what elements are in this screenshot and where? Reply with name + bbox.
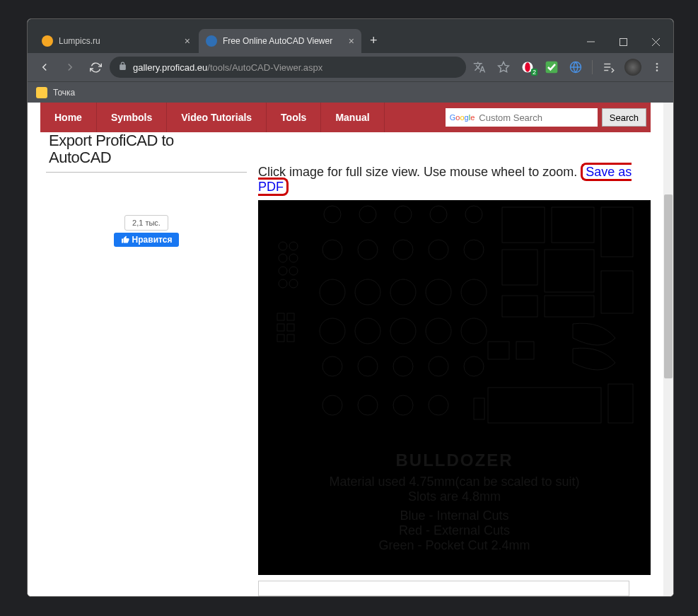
sidebar-heading[interactable]: Export ProfiCAD to AutoCAD xyxy=(46,132,247,173)
nav-symbols[interactable]: Symbols xyxy=(97,103,167,132)
svg-point-23 xyxy=(393,240,413,260)
svg-rect-63 xyxy=(545,250,594,292)
svg-point-19 xyxy=(430,206,447,223)
svg-point-46 xyxy=(289,242,298,250)
svg-rect-55 xyxy=(277,324,284,331)
svg-rect-64 xyxy=(502,296,537,317)
like-count: 2,1 тыс. xyxy=(124,215,168,231)
svg-marker-4 xyxy=(499,62,509,72)
svg-rect-71 xyxy=(608,384,633,423)
nav-home[interactable]: Home xyxy=(40,103,97,132)
search-input[interactable] xyxy=(479,112,598,123)
nav-tutorials[interactable]: Video Tutorials xyxy=(167,103,267,132)
browser-tab-2[interactable]: Free Online AutoCAD Viewer × xyxy=(199,29,361,53)
cad-drawing-viewer[interactable]: BULLDOZER Material used 4.75mm(can be sc… xyxy=(258,200,651,575)
cad-drawing xyxy=(258,200,651,441)
svg-point-33 xyxy=(390,318,416,344)
svg-point-38 xyxy=(393,356,413,376)
browser-window: Lumpics.ru × Free Online AutoCAD Viewer … xyxy=(27,18,674,597)
maximize-button[interactable] xyxy=(607,30,639,53)
svg-point-40 xyxy=(464,356,484,376)
site-navbar: Home Symbols Video Tutorials Tools Manua… xyxy=(40,103,651,132)
svg-point-29 xyxy=(426,279,451,305)
separator xyxy=(592,60,593,74)
svg-point-39 xyxy=(429,356,448,376)
tab-close-icon[interactable]: × xyxy=(349,35,354,47)
svg-rect-70 xyxy=(474,398,484,419)
window-titlebar[interactable] xyxy=(28,19,673,28)
svg-point-35 xyxy=(461,318,487,344)
url-path: /tools/AutoCAD-Viewer.aspx xyxy=(207,62,322,73)
page-viewport: Home Symbols Video Tutorials Tools Manua… xyxy=(28,103,673,596)
star-icon[interactable] xyxy=(495,59,512,76)
search-box[interactable]: Google xyxy=(446,108,598,127)
new-tab-button[interactable]: + xyxy=(363,33,385,48)
page-content: Home Symbols Video Tutorials Tools Manua… xyxy=(28,103,663,596)
svg-point-30 xyxy=(461,279,487,305)
extension-check-icon[interactable] xyxy=(543,59,560,76)
svg-rect-56 xyxy=(287,324,294,331)
close-button[interactable] xyxy=(639,30,672,53)
svg-rect-68 xyxy=(516,342,534,359)
reading-list-icon[interactable] xyxy=(600,59,617,76)
search-button[interactable]: Search xyxy=(602,108,646,127)
sidebar-heading-l2: AutoCAD xyxy=(49,149,111,166)
forward-button[interactable] xyxy=(59,56,81,79)
svg-point-18 xyxy=(395,206,412,223)
translate-icon[interactable] xyxy=(471,59,488,76)
svg-rect-57 xyxy=(277,335,284,342)
browser-tab-1[interactable]: Lumpics.ru × xyxy=(35,29,197,53)
tab-strip: Lumpics.ru × Free Online AutoCAD Viewer … xyxy=(28,28,673,53)
nav-tools[interactable]: Tools xyxy=(267,103,321,132)
scrollbar[interactable] xyxy=(663,103,673,596)
menu-icon[interactable] xyxy=(648,59,665,76)
nav-search: Google Search xyxy=(441,103,651,132)
reload-button[interactable] xyxy=(84,56,107,79)
url-host: gallery.proficad.eu xyxy=(133,62,207,73)
window-controls xyxy=(574,30,673,53)
svg-point-26 xyxy=(320,279,345,305)
svg-point-48 xyxy=(289,254,298,262)
main-content: Click image for full size view. Use mous… xyxy=(252,132,651,596)
svg-point-36 xyxy=(322,356,342,376)
address-bar[interactable]: gallery.proficad.eu/tools/AutoCAD-Viewer… xyxy=(110,57,466,78)
tab-close-icon[interactable]: × xyxy=(185,35,190,47)
svg-rect-69 xyxy=(488,388,601,423)
svg-point-13 xyxy=(656,63,658,65)
svg-point-25 xyxy=(464,240,484,260)
svg-point-37 xyxy=(358,356,378,376)
tab-title-1: Lumpics.ru xyxy=(59,36,179,46)
drawing-line-4: Red - External Cuts xyxy=(258,523,651,538)
bookmark-folder-icon xyxy=(36,87,47,98)
svg-point-31 xyxy=(320,318,345,344)
svg-point-42 xyxy=(358,395,378,415)
sidebar-heading-l1: Export ProfiCAD to xyxy=(49,132,174,149)
drawing-line-1: Material used 4.75mm(can be scaled to su… xyxy=(258,475,651,489)
svg-point-44 xyxy=(429,395,448,415)
like-button[interactable]: Нравится xyxy=(114,233,180,247)
profile-avatar[interactable] xyxy=(624,59,641,76)
bookmark-label[interactable]: Точка xyxy=(53,88,75,98)
minimize-button[interactable] xyxy=(574,30,607,53)
extension-globe-icon[interactable] xyxy=(567,59,584,76)
viewer-instruction: Click image for full size view. Use mous… xyxy=(258,165,651,194)
svg-point-20 xyxy=(465,206,482,223)
nav-manual[interactable]: Manual xyxy=(321,103,384,132)
svg-point-6 xyxy=(525,62,530,72)
scrollbar-thumb[interactable] xyxy=(664,194,673,378)
svg-point-14 xyxy=(656,66,658,69)
svg-rect-1 xyxy=(620,38,627,45)
svg-point-22 xyxy=(358,240,378,260)
drawing-text: BULLDOZER Material used 4.75mm(can be sc… xyxy=(258,451,651,553)
like-label: Нравится xyxy=(132,235,173,245)
back-button[interactable] xyxy=(33,56,56,79)
extension-opera-icon[interactable]: 2 xyxy=(519,59,536,76)
like-widget: 2,1 тыс. Нравится xyxy=(46,215,247,247)
favicon-2 xyxy=(206,35,217,47)
svg-point-43 xyxy=(393,395,413,415)
svg-point-27 xyxy=(355,279,380,305)
drawing-line-5: Green - Pocket Cut 2.4mm xyxy=(258,538,651,553)
svg-point-15 xyxy=(656,69,658,71)
bottom-input-bar[interactable] xyxy=(258,581,629,596)
svg-rect-58 xyxy=(287,335,294,342)
